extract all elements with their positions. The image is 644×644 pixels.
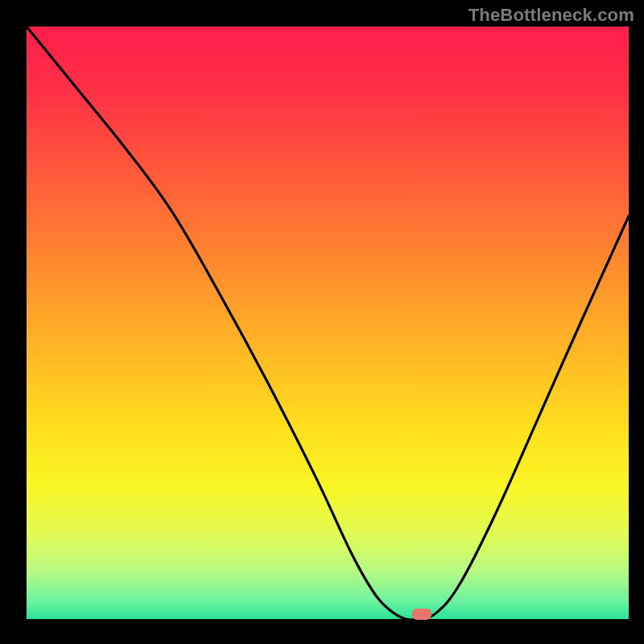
watermark: TheBottleneck.com <box>469 5 634 26</box>
chart-container: TheBottleneck.com <box>0 0 644 644</box>
plot-area <box>27 27 629 619</box>
chart-svg <box>0 0 644 644</box>
marker-point <box>412 609 431 620</box>
